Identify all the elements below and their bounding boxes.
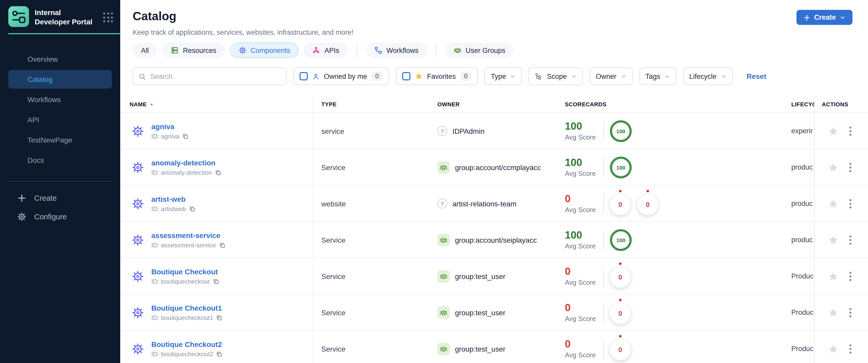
kebab-menu-icon[interactable]	[847, 160, 854, 174]
favorites-filter[interactable]: Favorites 0	[396, 67, 478, 85]
scorecard-ring[interactable]: 0	[638, 194, 658, 215]
avg-score-label: Avg Score	[565, 315, 597, 323]
type-dropdown-label: Type	[491, 72, 506, 80]
table-row[interactable]: anomaly-detection ID: anomaly-detection …	[120, 149, 868, 186]
kebab-menu-icon[interactable]	[847, 342, 854, 356]
create-button[interactable]: Create	[797, 10, 852, 25]
favorite-star-icon[interactable]	[828, 343, 838, 354]
kebab-menu-icon[interactable]	[847, 124, 854, 138]
plus-icon	[803, 14, 810, 21]
sidebar-create-label: Create	[34, 194, 57, 202]
tab-label: All	[141, 47, 149, 54]
sidebar-item-label: TestNewPage	[28, 136, 72, 144]
column-header-scorecards[interactable]: SCORECARDS	[565, 95, 791, 113]
entity-id: ID: anomaly-detection	[151, 169, 212, 176]
copy-icon[interactable]	[216, 351, 223, 357]
entity-name-link[interactable]: artist-web	[151, 195, 195, 203]
column-header-name[interactable]: NAME ▲	[120, 95, 313, 113]
tab-components[interactable]: Components	[230, 42, 299, 58]
tab-resources[interactable]: Resources	[162, 42, 225, 58]
sidebar-item-docs[interactable]: Docs	[8, 151, 112, 170]
kebab-menu-icon[interactable]	[847, 197, 854, 210]
create-button-label: Create	[814, 13, 836, 21]
tab-workflows[interactable]: Workflows	[366, 42, 427, 58]
score-divider	[603, 338, 604, 359]
kebab-menu-icon[interactable]	[847, 306, 854, 319]
copy-icon[interactable]	[189, 206, 195, 212]
sidebar-create-button[interactable]: Create	[0, 189, 120, 207]
sidebar-item-workflows[interactable]: Workflows	[8, 90, 112, 109]
favorite-star-icon[interactable]	[828, 271, 838, 281]
scorecard-ring[interactable]: 100	[610, 156, 632, 178]
column-header-lifecycle[interactable]: LIFECYC	[791, 95, 814, 113]
favorite-star-icon[interactable]	[828, 162, 838, 173]
group-icon	[437, 270, 450, 282]
sidebar-item-label: API	[28, 116, 39, 124]
scorecard-ring[interactable]: 0	[610, 267, 631, 288]
copy-icon[interactable]	[215, 169, 221, 176]
owned-by-me-checkbox[interactable]	[300, 72, 308, 80]
entity-name-link[interactable]: agniva	[151, 122, 189, 130]
reset-filters-link[interactable]: Reset	[746, 72, 766, 80]
tab-apis[interactable]: APIs	[304, 42, 347, 58]
favorite-star-icon[interactable]	[828, 235, 838, 245]
owner-dropdown[interactable]: Owner	[590, 67, 633, 85]
sidebar-item-catalog[interactable]: Catalog	[8, 70, 112, 89]
table-row[interactable]: agniva ID: agniva service ? IDPAdmin 100	[120, 113, 868, 149]
favorite-star-icon[interactable]	[828, 199, 838, 209]
entity-id: ID: boutiquecheckout1	[151, 314, 213, 321]
favorite-star-icon[interactable]	[828, 126, 838, 136]
type-dropdown[interactable]: Type	[485, 67, 522, 85]
score-divider	[603, 157, 604, 178]
tab-user-groups[interactable]: User Groups	[445, 42, 514, 58]
kebab-menu-icon[interactable]	[847, 233, 854, 247]
lifecycle-cell: produc	[791, 222, 814, 258]
entity-name-link[interactable]: Boutique Checkout1	[151, 304, 223, 312]
kebab-menu-icon[interactable]	[847, 269, 854, 283]
sidebar-item-testnewpage[interactable]: TestNewPage	[8, 131, 112, 149]
sidebar-configure-button[interactable]: Configure	[0, 207, 120, 226]
table-row[interactable]: Boutique Checkout2 ID: boutiquecheckout2…	[120, 331, 868, 363]
table-row[interactable]: artist-web ID: artistweb website ? artis…	[120, 186, 868, 222]
scorecard-ring[interactable]: 100	[610, 229, 632, 251]
copy-icon[interactable]	[216, 314, 223, 321]
entity-name-link[interactable]: Boutique Checkout2	[151, 340, 223, 348]
table-row[interactable]: assessment-service ID: assessment-servic…	[120, 222, 868, 258]
copy-icon[interactable]	[182, 133, 189, 139]
lifecycle-dropdown[interactable]: Lifecycle	[683, 67, 733, 85]
owned-by-me-filter[interactable]: Owned by me 0	[293, 67, 389, 85]
page-subtitle: Keep track of applications, services, we…	[133, 29, 353, 36]
entity-name-link[interactable]: assessment-service	[151, 231, 225, 239]
copy-icon[interactable]	[219, 242, 225, 248]
table-row[interactable]: Boutique Checkout1 ID: boutiquecheckout1…	[120, 295, 868, 331]
scorecard-ring[interactable]: 0	[610, 303, 631, 324]
tab-all[interactable]: All	[133, 42, 157, 58]
favorite-star-icon[interactable]	[828, 307, 838, 317]
scorecard-ring[interactable]: 100	[610, 120, 632, 142]
search-input[interactable]	[150, 72, 281, 80]
name-cell: Boutique Checkout2 ID: boutiquecheckout2	[120, 331, 313, 363]
name-cell: Boutique Checkout1 ID: boutiquecheckout1	[120, 295, 313, 330]
owner-cell: group:account/ccmplayacc	[430, 149, 565, 185]
sidebar-item-label: Docs	[28, 156, 44, 164]
sidebar-item-api[interactable]: API	[8, 111, 112, 129]
scorecard-ring[interactable]: 0	[610, 339, 631, 360]
scorecard-ring[interactable]: 0	[610, 194, 631, 215]
owner-label: artist-relations-team	[453, 200, 517, 208]
tab-label: APIs	[324, 47, 339, 54]
avg-score-label: Avg Score	[565, 351, 597, 359]
entity-name-link[interactable]: Boutique Checkout	[151, 267, 219, 276]
favorites-checkbox[interactable]	[402, 72, 410, 80]
column-header-owner[interactable]: OWNER	[430, 95, 565, 113]
tags-dropdown[interactable]: Tags	[639, 67, 676, 85]
avg-score-value: 0	[565, 339, 597, 349]
copy-icon[interactable]	[213, 278, 219, 284]
entity-name-link[interactable]: anomaly-detection	[151, 158, 221, 167]
lifecycle-cell: produc	[791, 149, 814, 185]
column-header-type[interactable]: TYPE	[313, 95, 430, 113]
sidebar-item-overview[interactable]: Overview	[8, 50, 112, 68]
scope-dropdown[interactable]: Scope	[529, 67, 583, 85]
app-switcher-grid-icon[interactable]	[103, 12, 113, 22]
table-row[interactable]: Boutique Checkout ID: boutiquecheckout S…	[120, 258, 868, 295]
column-header-actions: ACTIONS	[814, 95, 868, 113]
